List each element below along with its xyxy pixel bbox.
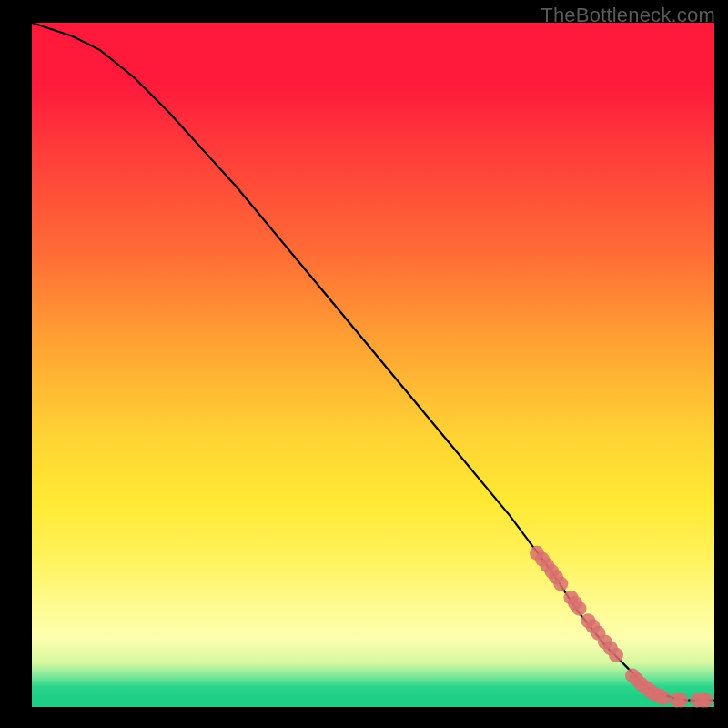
chart-svg (32, 23, 714, 707)
data-point (609, 648, 623, 662)
data-point (673, 693, 688, 708)
data-point (699, 693, 713, 708)
chart-frame: TheBottleneck.com (0, 0, 728, 728)
data-points (530, 546, 713, 708)
data-point (657, 691, 672, 705)
data-point (553, 577, 568, 592)
data-point (572, 602, 587, 616)
plot-area (32, 23, 714, 707)
bottleneck-curve (32, 23, 714, 701)
watermark-text: TheBottleneck.com (541, 4, 715, 27)
